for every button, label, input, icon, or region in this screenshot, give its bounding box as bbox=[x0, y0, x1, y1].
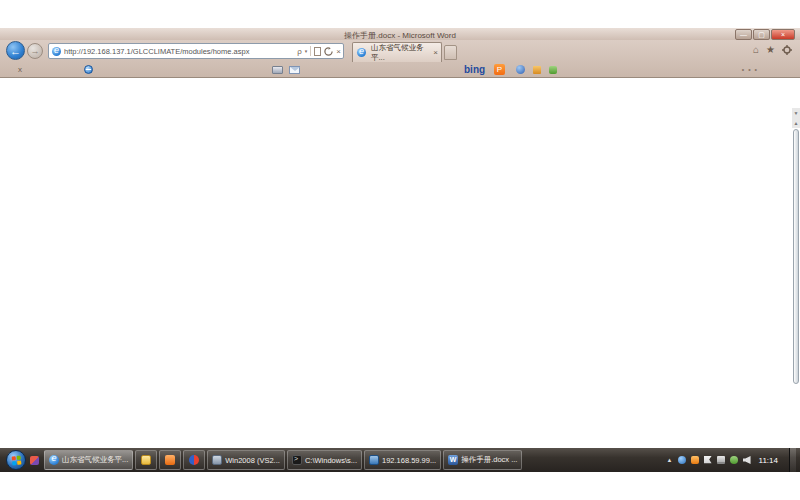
refresh-icon[interactable] bbox=[324, 47, 333, 56]
browser-forward-button[interactable]: → bbox=[27, 43, 43, 59]
taskbar-button-media[interactable] bbox=[183, 450, 205, 470]
scroll-up-icon[interactable]: ▲ bbox=[792, 118, 800, 128]
taskbar-button-label: 操作手册.docx ... bbox=[461, 455, 517, 465]
update-icon[interactable] bbox=[730, 456, 738, 464]
maximize-button[interactable]: ▢ bbox=[753, 29, 770, 40]
taskbar-button-ie[interactable]: 山东省气候业务平... bbox=[44, 450, 133, 470]
ie-page-icon bbox=[52, 47, 61, 56]
taskbar-button-word[interactable]: 操作手册.docx ... bbox=[443, 450, 522, 470]
tab-close-icon[interactable]: × bbox=[433, 48, 438, 57]
bing-badge-icon[interactable]: P bbox=[494, 64, 505, 75]
addon-globe-icon[interactable] bbox=[84, 65, 93, 74]
action-center-flag-icon[interactable] bbox=[704, 456, 712, 464]
home-icon[interactable]: ⌂ bbox=[753, 44, 759, 55]
remote-icon bbox=[369, 455, 379, 465]
tray-app-icon[interactable] bbox=[691, 456, 699, 464]
screenshot-root: 操作手册.docx - Microsoft Word — ▢ × ← → htt… bbox=[0, 0, 800, 500]
more-options-icon[interactable]: • • • bbox=[742, 66, 758, 73]
window-controls: — ▢ × bbox=[735, 29, 795, 40]
taskbar-clock[interactable]: 11:14 bbox=[756, 456, 784, 465]
bing-logo: bing bbox=[464, 64, 485, 75]
taskbar-button-label: C:\Windows\s... bbox=[305, 456, 357, 465]
taskbar-button-label: 192.168.59.99... bbox=[382, 456, 436, 465]
scrollbar-thumb[interactable] bbox=[793, 129, 799, 384]
ie-icon bbox=[49, 455, 59, 465]
server-icon bbox=[212, 455, 222, 465]
browser-window: ← → http://192.168.137.1/GLCCLIMATE/modu… bbox=[0, 40, 800, 78]
close-button[interactable]: × bbox=[771, 29, 795, 40]
search-dropdown-icon[interactable]: ▾ bbox=[305, 48, 308, 54]
pinned-app-icon[interactable] bbox=[30, 456, 39, 465]
taskbar-button-cmd[interactable]: C:\Windows\s... bbox=[287, 450, 362, 470]
browser-command-bar: x bing P • • • bbox=[0, 62, 800, 77]
search-icon[interactable]: ρ bbox=[297, 47, 302, 56]
divider bbox=[310, 46, 311, 56]
card-reader-icon[interactable] bbox=[272, 66, 283, 74]
orange-icon bbox=[165, 455, 175, 465]
windows-logo-icon bbox=[12, 456, 22, 466]
start-button[interactable] bbox=[6, 450, 26, 470]
addon-puzzle-icon[interactable] bbox=[549, 66, 557, 74]
url-text[interactable]: http://192.168.137.1/GLCCLIMATE/modules/… bbox=[64, 47, 297, 56]
show-desktop-button[interactable] bbox=[789, 448, 796, 472]
compatibility-icon[interactable] bbox=[314, 47, 321, 56]
close-pane-icon[interactable]: x bbox=[18, 65, 22, 74]
taskbar-button-orange[interactable] bbox=[159, 450, 181, 470]
taskbar-button-label: 山东省气候业务平... bbox=[62, 455, 128, 465]
address-bar[interactable]: http://192.168.137.1/GLCCLIMATE/modules/… bbox=[48, 43, 344, 59]
taskbar: 山东省气候业务平...Win2008 (VS2...C:\Windows\s..… bbox=[0, 448, 800, 472]
browser-tab[interactable]: 山东省气候业务平... × bbox=[352, 42, 442, 62]
taskbar-button-server[interactable]: Win2008 (VS2... bbox=[207, 450, 285, 470]
mail-icon[interactable] bbox=[289, 66, 300, 74]
browser-navigation-bar: ← → http://192.168.137.1/GLCCLIMATE/modu… bbox=[0, 40, 800, 62]
tray-globe-icon[interactable] bbox=[678, 456, 686, 464]
system-tray: ▲ 11:14 bbox=[667, 448, 798, 472]
hidden-icons-chevron[interactable]: ▲ bbox=[667, 457, 673, 463]
media-icon bbox=[189, 455, 199, 465]
browser-back-button[interactable]: ← bbox=[6, 41, 25, 60]
taskbar-button-label: Win2008 (VS2... bbox=[225, 456, 280, 465]
folder-icon bbox=[141, 455, 151, 465]
tab-title: 山东省气候业务平... bbox=[371, 43, 431, 63]
favorites-star-icon[interactable]: ★ bbox=[766, 44, 775, 55]
word-icon bbox=[448, 455, 458, 465]
taskbar-button-remote[interactable]: 192.168.59.99... bbox=[364, 450, 441, 470]
scroll-down-icon[interactable]: ▼ bbox=[792, 108, 800, 118]
new-tab-button[interactable] bbox=[444, 45, 457, 60]
taskbar-button-folder[interactable] bbox=[135, 450, 157, 470]
speaker-icon[interactable] bbox=[743, 456, 751, 464]
minimize-button[interactable]: — bbox=[735, 29, 752, 40]
addon-speaker-icon[interactable] bbox=[533, 66, 541, 74]
tab-favicon bbox=[357, 48, 366, 57]
addon-camera-icon[interactable] bbox=[516, 65, 525, 74]
settings-gear-icon[interactable] bbox=[782, 45, 792, 55]
stop-icon[interactable]: × bbox=[336, 47, 341, 56]
network-icon[interactable] bbox=[717, 456, 725, 464]
cmd-icon bbox=[292, 455, 302, 465]
